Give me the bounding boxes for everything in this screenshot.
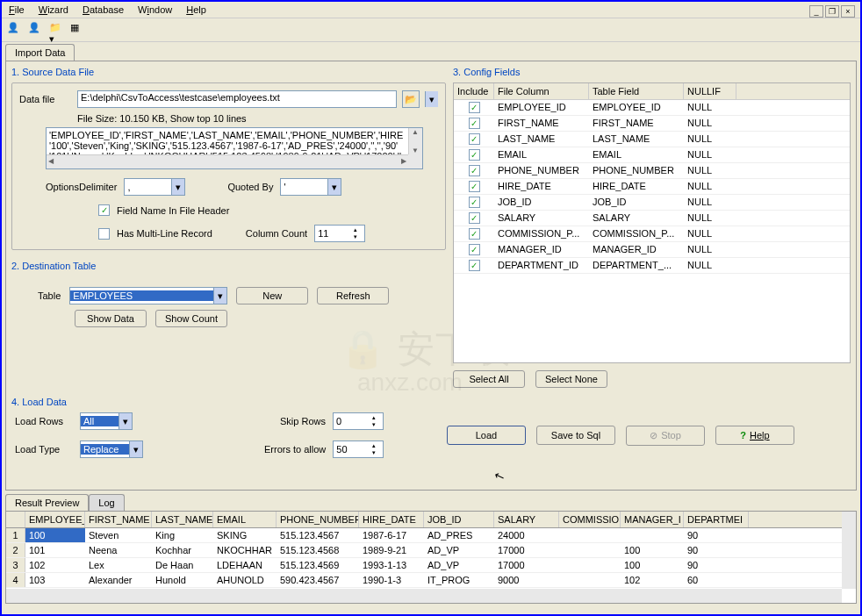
delimiter-combo[interactable]: ,▾: [124, 178, 185, 196]
field-name-header-label: Field Name In File Header: [117, 205, 229, 216]
result-header[interactable]: JOB_ID: [424, 512, 494, 527]
result-header[interactable]: LAST_NAME: [152, 512, 213, 527]
include-checkbox[interactable]: ✓: [469, 149, 480, 161]
chevron-down-icon[interactable]: ▾: [213, 288, 226, 304]
config-row[interactable]: ✓EMAILEMAILNULL: [454, 147, 850, 163]
user-remove-icon[interactable]: 👤: [28, 22, 44, 38]
include-checkbox[interactable]: ✓: [469, 228, 480, 240]
load-rows-combo[interactable]: All▾: [80, 412, 133, 430]
tab-import-data[interactable]: Import Data: [5, 44, 75, 61]
result-row[interactable]: 3102LexDe HaanLDEHAAN515.123.45691993-1-…: [6, 558, 856, 573]
app-window: File Wizard Database Window Help _ ❐ × 👤…: [0, 0, 862, 616]
col-table-field[interactable]: Table Field: [589, 83, 684, 99]
errors-allow-input[interactable]: ▴▾: [333, 441, 384, 458]
result-header[interactable]: EMAIL: [213, 512, 277, 527]
close-button[interactable]: ×: [841, 5, 855, 18]
grid-icon[interactable]: ▦: [70, 22, 86, 38]
save-to-sql-button[interactable]: Save to Sql: [536, 426, 615, 445]
include-checkbox[interactable]: ✓: [469, 133, 480, 145]
col-include[interactable]: Include: [454, 83, 494, 99]
config-row[interactable]: ✓EMPLOYEE_IDEMPLOYEE_IDNULL: [454, 100, 850, 116]
chevron-down-icon[interactable]: ▾: [327, 179, 341, 195]
include-checkbox[interactable]: ✓: [469, 118, 480, 129]
select-none-button[interactable]: Select None: [535, 370, 607, 388]
include-checkbox[interactable]: ✓: [469, 165, 480, 176]
multiline-checkbox[interactable]: [98, 228, 110, 240]
result-row[interactable]: 1100StevenKingSKING515.123.45671987-6-17…: [6, 528, 856, 543]
config-row[interactable]: ✓MANAGER_IDMANAGER_IDNULL: [454, 242, 850, 258]
result-row[interactable]: 4103AlexanderHunoldAHUNOLD590.423.456719…: [6, 573, 856, 588]
stop-icon: ⊘: [650, 430, 657, 441]
user-icon[interactable]: 👤: [7, 22, 23, 38]
result-header[interactable]: MANAGER_I: [621, 512, 684, 527]
menu-database[interactable]: Database: [83, 4, 124, 15]
skip-rows-input[interactable]: ▴▾: [333, 412, 384, 430]
result-header[interactable]: HIRE_DATE: [359, 512, 424, 527]
col-file-column[interactable]: File Column: [494, 83, 589, 99]
delimiter-label: Delimiter: [79, 182, 117, 192]
load-button[interactable]: Load: [447, 426, 526, 445]
file-dropdown-button[interactable]: ▾: [425, 91, 438, 107]
file-open-button[interactable]: 📂: [402, 90, 420, 108]
result-hscroll[interactable]: [6, 589, 842, 603]
result-header[interactable]: COMMISSIO: [559, 512, 621, 527]
stop-button[interactable]: ⊘Stop: [626, 426, 705, 446]
chevron-down-icon[interactable]: ▾: [171, 179, 184, 195]
menu-wizard[interactable]: Wizard: [39, 4, 68, 15]
help-button[interactable]: ?Help: [715, 426, 794, 445]
new-button[interactable]: New: [236, 287, 308, 304]
config-row[interactable]: ✓JOB_IDJOB_IDNULL: [454, 195, 850, 211]
menu-file[interactable]: File: [9, 4, 25, 15]
result-vscroll[interactable]: [842, 512, 856, 589]
config-row[interactable]: ✓FIRST_NAMEFIRST_NAMENULL: [454, 116, 850, 132]
config-row[interactable]: ✓LAST_NAMELAST_NAMENULL: [454, 132, 850, 147]
result-header[interactable]: DEPARTMEI: [684, 512, 749, 527]
quoted-by-combo[interactable]: '▾: [280, 178, 341, 196]
preview-hscroll[interactable]: [47, 154, 408, 168]
result-header[interactable]: FIRST_NAME: [85, 512, 152, 527]
config-fields-grid[interactable]: Include File Column Table Field NULLIF ✓…: [453, 82, 851, 363]
result-header[interactable]: PHONE_NUMBER: [277, 512, 359, 527]
include-checkbox[interactable]: ✓: [469, 197, 480, 208]
result-row[interactable]: 2101NeenaKochharNKOCHHAR515.123.45681989…: [6, 543, 856, 558]
chevron-down-icon[interactable]: ▾: [129, 441, 142, 457]
refresh-button[interactable]: Refresh: [317, 287, 389, 304]
section-source-title: 1. Source Data File: [11, 67, 446, 77]
restore-button[interactable]: ❐: [825, 5, 839, 18]
preview-vscroll[interactable]: [408, 128, 422, 154]
include-checkbox[interactable]: ✓: [469, 212, 480, 224]
menu-window[interactable]: Window: [138, 4, 172, 15]
table-combo[interactable]: EMPLOYEES▾: [69, 287, 227, 304]
menu-help[interactable]: Help: [186, 4, 206, 15]
col-nullif[interactable]: NULLIF: [684, 83, 736, 99]
result-header[interactable]: SALARY: [494, 512, 559, 527]
data-file-input[interactable]: E:\delphi\CsvToAccess\testcase\employees…: [77, 90, 397, 108]
minimize-button[interactable]: _: [809, 5, 823, 18]
chevron-down-icon[interactable]: ▾: [119, 413, 132, 429]
result-header[interactable]: EMPLOYEE_: [25, 512, 85, 527]
include-checkbox[interactable]: ✓: [469, 181, 480, 192]
select-all-button[interactable]: Select All: [453, 370, 525, 388]
result-grid[interactable]: EMPLOYEE_ FIRST_NAME LAST_NAME EMAIL PHO…: [5, 511, 857, 604]
tab-log[interactable]: Log: [89, 494, 124, 511]
config-row[interactable]: ✓COMMISSION_P...COMMISSION_P...NULL: [454, 226, 850, 242]
load-type-combo[interactable]: Replace▾: [80, 441, 143, 458]
include-checkbox[interactable]: ✓: [469, 260, 480, 271]
include-checkbox[interactable]: ✓: [469, 102, 480, 113]
cursor-icon: ↖: [492, 467, 507, 483]
workspace: 🔒 安下载 anxz.com 1. Source Data File Data …: [5, 61, 857, 491]
file-preview[interactable]: 'EMPLOYEE_ID','FIRST_NAME','LAST_NAME','…: [46, 127, 423, 169]
config-row[interactable]: ✓SALARYSALARYNULL: [454, 211, 850, 226]
column-count-input[interactable]: ▴▾: [314, 225, 365, 242]
include-checkbox[interactable]: ✓: [469, 244, 480, 255]
show-count-button[interactable]: Show Count: [155, 310, 227, 327]
folder-icon[interactable]: 📁▾: [49, 22, 65, 38]
skip-rows-label: Skip Rows: [280, 416, 326, 426]
config-row[interactable]: ✓PHONE_NUMBERPHONE_NUMBERNULL: [454, 163, 850, 179]
show-data-button[interactable]: Show Data: [75, 310, 147, 327]
tab-result-preview[interactable]: Result Preview: [5, 494, 89, 511]
multiline-label: Has Multi-Line Record: [117, 228, 212, 239]
field-name-header-checkbox[interactable]: ✓: [98, 204, 110, 216]
config-row[interactable]: ✓DEPARTMENT_IDDEPARTMENT_...NULL: [454, 258, 850, 274]
config-row[interactable]: ✓HIRE_DATEHIRE_DATENULL: [454, 179, 850, 195]
